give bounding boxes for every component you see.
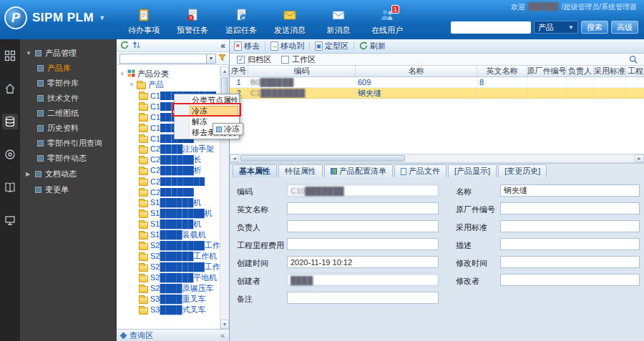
description-field[interactable]	[500, 238, 640, 250]
alert-tasks-button[interactable]: 预警任务	[172, 8, 213, 36]
archive-zone-checkbox[interactable]: ✓ 归档区	[237, 54, 271, 65]
tree-item[interactable]: S1██████机	[117, 219, 220, 229]
app-logo[interactable]: P SIPM PLM ▼	[4, 6, 105, 29]
tree-item[interactable]: S2██████平地机	[117, 272, 220, 283]
nav-item[interactable]: 零部件动态	[20, 151, 117, 166]
compass-icon[interactable]	[2, 147, 18, 162]
tab-change-history[interactable]: [变更历史]	[498, 164, 547, 177]
code-field[interactable]: C10███████	[287, 184, 439, 197]
table-row[interactable]: 1 B0██████ 609 8	[230, 77, 644, 88]
tree-item[interactable]: S2████原辗压车	[117, 283, 220, 294]
tree-item[interactable]: S2██████工作机	[117, 251, 220, 262]
checkbox-unchecked-icon[interactable]	[281, 56, 289, 64]
context-menu-item[interactable]: 冷冻	[175, 106, 238, 117]
expand-open-icon[interactable]: ▼	[129, 81, 135, 88]
track-tasks-button[interactable]: 追踪任务	[220, 8, 262, 36]
tree-item[interactable]: C2██████	[117, 187, 220, 197]
query-zone-tab[interactable]: 查询区 «	[117, 329, 229, 341]
logo-dropdown-caret-icon[interactable]: ▼	[99, 14, 105, 21]
chevron-down-icon[interactable]: ▼	[206, 54, 215, 63]
expand-open-icon[interactable]: ▼	[119, 71, 125, 77]
nav-section-change-order[interactable]: 变更单	[20, 182, 117, 197]
send-message-button[interactable]: 发送消息	[269, 8, 311, 36]
todo-items-button[interactable]: 待办事项	[123, 8, 165, 36]
tree-parent-node[interactable]: ▼ 产品	[117, 79, 220, 90]
scroll-right-icon[interactable]: ►	[635, 154, 644, 162]
new-message-button[interactable]: 新消息	[318, 8, 359, 36]
tree-item[interactable]: C2██████析	[117, 165, 220, 176]
nav-item[interactable]: 二维图纸	[20, 106, 117, 121]
filter-icon[interactable]	[218, 54, 226, 63]
tree-item[interactable]: C2██████长	[117, 154, 220, 165]
search-icon[interactable]	[629, 55, 638, 66]
database-icon[interactable]	[2, 114, 18, 129]
tree-item[interactable]: S2████████工作机	[117, 240, 220, 251]
nav-item[interactable]: 技术文件	[20, 91, 117, 106]
tree-item[interactable]: S1██████机	[117, 197, 220, 208]
scroll-up-icon[interactable]: ▲	[220, 66, 229, 76]
english-name-field[interactable]	[287, 202, 439, 214]
oem-number-field[interactable]	[500, 202, 640, 214]
nav-item[interactable]: 历史资料	[20, 121, 117, 136]
tab-basic-properties[interactable]: 基本属性	[233, 164, 277, 177]
tree-item[interactable]: S3████式叉车	[117, 305, 220, 315]
context-menu-item[interactable]: 分类节点属性	[175, 95, 238, 106]
tree-filter-combobox[interactable]: ▼	[119, 54, 216, 64]
column-header[interactable]: 原厂件编号	[527, 66, 567, 76]
tab-product-bom[interactable]: 产品配置清单	[324, 164, 393, 177]
move-to-button[interactable]: → 移动到	[270, 41, 304, 51]
modified-time-field[interactable]	[500, 256, 640, 268]
scroll-left-icon[interactable]: ◄	[230, 154, 239, 162]
tree-item[interactable]: C2████注油手架	[117, 144, 220, 154]
milestone-cost-field[interactable]	[287, 238, 439, 250]
nav-section-document-activity[interactable]: ▶ 文档动态	[20, 166, 117, 182]
nav-item[interactable]: 零部件库	[20, 76, 117, 91]
tree-item[interactable]: C2████████	[117, 176, 220, 187]
book-icon[interactable]	[2, 179, 18, 195]
tree-item[interactable]: S1████装载机	[117, 229, 220, 240]
collapse-panel-icon[interactable]: «	[220, 41, 225, 50]
name-field[interactable]: 钢夹缝	[500, 184, 640, 197]
tree-item[interactable]: S2████████工作机	[117, 262, 220, 272]
column-header[interactable]: 负责人	[567, 66, 594, 76]
scroll-down-icon[interactable]: ▼	[220, 320, 229, 329]
creator-field[interactable]: ████	[287, 274, 439, 286]
owner-field[interactable]	[287, 220, 439, 232]
monitor-icon[interactable]	[2, 212, 18, 228]
remarks-field[interactable]	[287, 292, 439, 304]
home-icon[interactable]	[2, 81, 18, 97]
scrollbar-thumb[interactable]	[240, 155, 405, 162]
table-row-selected[interactable]: 2 C1████████ 钢夹缝	[230, 88, 644, 99]
table-horizontal-scrollbar[interactable]: ◄ ►	[230, 154, 644, 163]
sort-icon[interactable]	[132, 41, 141, 51]
tab-product-files[interactable]: 产品文件	[394, 164, 447, 177]
created-time-field[interactable]: 2020-11-19 10:12	[287, 256, 439, 268]
search-input[interactable]	[451, 21, 531, 34]
tab-feature-properties[interactable]: 特征属性	[278, 164, 323, 177]
tree-item[interactable]: S3████重叉车	[117, 294, 220, 305]
advanced-search-button[interactable]: 高级	[611, 21, 638, 34]
column-header[interactable]: 工程里程碑	[626, 66, 644, 76]
modifier-field[interactable]	[500, 274, 640, 286]
standard-field[interactable]	[500, 220, 640, 232]
search-category-select[interactable]: 产品 ▼	[534, 21, 578, 34]
column-header[interactable]: 编码	[248, 66, 356, 76]
apps-icon[interactable]	[2, 48, 18, 64]
nav-section-product-management[interactable]: ▼ 产品管理	[20, 45, 117, 61]
remove-button[interactable]: × 移去	[234, 41, 260, 51]
column-header[interactable]: 序号	[230, 66, 248, 76]
column-header[interactable]: 英文名称	[477, 66, 527, 76]
tree-root-node[interactable]: ▼ 产品分类	[117, 69, 220, 79]
collapse-panel-icon[interactable]: «	[220, 331, 225, 340]
tree-item[interactable]: S1████████机	[117, 208, 220, 219]
work-zone-checkbox[interactable]: 工作区	[281, 54, 316, 65]
refresh-icon[interactable]	[120, 41, 129, 51]
tab-product-display[interactable]: [产品显示]	[448, 164, 497, 177]
fix-zone-button[interactable]: ▣ 定型区	[315, 41, 348, 51]
search-button[interactable]: 搜索	[581, 21, 608, 34]
column-header[interactable]: 名称	[356, 66, 477, 76]
column-header[interactable]: 采用标准	[594, 66, 626, 76]
checkbox-checked-icon[interactable]: ✓	[237, 56, 245, 64]
nav-item[interactable]: 产品库	[20, 61, 117, 76]
refresh-button[interactable]: 刷新	[359, 41, 386, 51]
